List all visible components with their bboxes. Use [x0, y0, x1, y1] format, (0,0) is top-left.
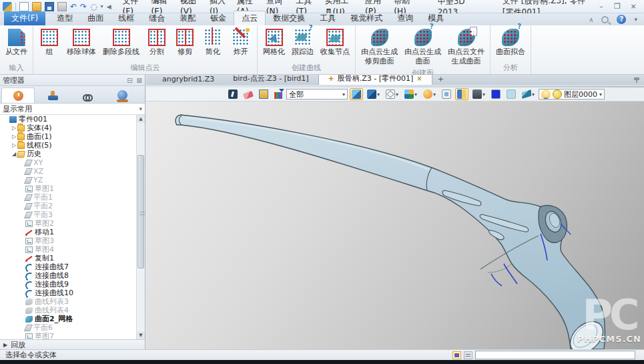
tree-item-平面6[interactable]: 平面6: [0, 323, 145, 332]
expand-arrow-icon[interactable]: ▷: [11, 124, 17, 132]
tree-item-草图1[interactable]: 草图1: [0, 184, 145, 193]
ribbon-tab-查询[interactable]: 查询: [390, 11, 420, 25]
tree-filter-dropdown[interactable]: 显示常用 ▾: [0, 104, 145, 115]
ribbon-tab-缝合[interactable]: 缝合: [141, 11, 172, 25]
tree-item-草图2[interactable]: 草图2: [0, 219, 145, 228]
swatch-light-button[interactable]: [505, 88, 518, 100]
tree-item-平面1[interactable]: 平面1: [0, 193, 145, 202]
expand-arrow-icon[interactable]: ▷: [11, 132, 17, 141]
ribbon-button-炸开[interactable]: 炸开: [228, 27, 254, 58]
redo-icon[interactable]: ↷: [80, 2, 87, 11]
close-panel-icon[interactable]: ⊠: [137, 77, 142, 84]
ribbon-tab-工具[interactable]: 工具: [312, 11, 343, 25]
close-button[interactable]: ×: [628, 2, 639, 11]
tree-item-YZ[interactable]: YZ: [0, 176, 145, 184]
tab-history-manager[interactable]: [1, 87, 35, 103]
collapse-left-icon[interactable]: ◀: [107, 2, 111, 11]
search-icon[interactable]: [601, 16, 609, 23]
bounding-box-icon[interactable]: [259, 89, 268, 99]
tree-item-XY[interactable]: XY: [0, 158, 145, 167]
tab-assembly-manager[interactable]: [36, 87, 69, 103]
ribbon-tab-线框[interactable]: 线框: [111, 11, 141, 25]
tree-item-曲线列表3[interactable]: 曲线列表3: [0, 297, 145, 306]
tree-item-连接曲线8[interactable]: 连接曲线8: [0, 271, 145, 280]
tree-scrollbar[interactable]: ▲ ▼: [136, 115, 145, 339]
chevron-down-icon[interactable]: ▾: [482, 92, 485, 98]
new-doc-icon[interactable]: [19, 2, 29, 11]
ribbon-button-收集节点[interactable]: 收集节点: [318, 27, 352, 58]
chevron-down-icon[interactable]: ▾: [532, 92, 535, 98]
ribbon-button-删除多段线[interactable]: 删除多段线: [100, 27, 142, 58]
restore-button[interactable]: ❐: [612, 2, 623, 11]
ribbon-tab-钣金[interactable]: 钣金: [203, 11, 234, 25]
tree-item-曲面2_网格[interactable]: 曲面2_网格: [0, 315, 145, 323]
ribbon-tab-文件(F)[interactable]: 文件(F): [4, 11, 45, 25]
tree-item-草图7[interactable]: 草图7: [0, 332, 145, 339]
tabbar-pin-icon[interactable]: [633, 77, 640, 83]
collapse-ribbon-icon[interactable]: ∧: [589, 16, 593, 23]
ribbon-tab-装配[interactable]: 装配: [172, 11, 203, 25]
ribbon-tab-曲面[interactable]: 曲面: [80, 11, 111, 25]
ribbon-button-移除球体[interactable]: 移除球体: [64, 27, 99, 58]
tree-item-平面2[interactable]: 平面2: [0, 202, 145, 210]
grid-toggle-icon[interactable]: [452, 351, 461, 359]
chevron-down-icon[interactable]: ▾: [377, 92, 380, 98]
undo-icon[interactable]: ↶: [70, 2, 77, 11]
chevron-down-icon[interactable]: ▾: [396, 92, 398, 98]
split-view-button[interactable]: [455, 88, 468, 100]
ribbon-tab-视觉样式[interactable]: 视觉样式: [343, 11, 390, 25]
scroll-down-icon[interactable]: ▼: [137, 331, 145, 339]
tab-visual-manager[interactable]: [71, 87, 104, 103]
shade-cube-button[interactable]: [350, 88, 363, 100]
minimize-button[interactable]: –: [596, 2, 607, 11]
doc-tab-股骨柄.Z3 - [零件001][interactable]: +股骨柄.Z3 - [零件001]×: [318, 75, 432, 85]
minimize-panel-icon[interactable]: ⊟: [127, 77, 132, 84]
filter-icon[interactable]: [274, 92, 282, 99]
swatch-blue-button[interactable]: [489, 88, 503, 100]
cube-wire-button[interactable]: ▾: [384, 88, 400, 100]
tree-item-线框(5)[interactable]: ▷线框(5): [0, 141, 145, 150]
help-caret-icon[interactable]: ▾: [634, 16, 637, 23]
replay-bar[interactable]: ▶ 回放: [0, 339, 145, 349]
ribbon-button-由点云文件生成曲面[interactable]: 由点云文件 生成曲面: [445, 27, 487, 67]
scrollbar-thumb[interactable]: [137, 155, 144, 268]
chevron-down-icon[interactable]: ▾: [414, 92, 417, 98]
tree-item-历史[interactable]: ◢历史: [0, 150, 145, 158]
list-toggle-icon[interactable]: [464, 351, 472, 359]
save-icon[interactable]: [45, 2, 54, 11]
expand-arrow-icon[interactable]: ▷: [11, 141, 17, 150]
tree-item-移动1[interactable]: 移动1: [0, 228, 145, 236]
tree-item-连接曲线10[interactable]: 连接曲线10: [0, 289, 145, 297]
entity-filter-dropdown[interactable]: 全部▾: [286, 89, 348, 100]
ribbon-button-曲面拟合[interactable]: 曲面拟合: [493, 27, 528, 58]
ribbon-button-由点云生成曲面[interactable]: 由点云生成 曲面: [402, 27, 444, 67]
ribbon-button-从文件[interactable]: 从文件: [3, 27, 30, 58]
tree-item-曲线列表4[interactable]: 曲线列表4: [0, 306, 145, 315]
print-icon[interactable]: [57, 2, 67, 11]
ribbon-button-组[interactable]: 组: [36, 27, 63, 58]
tree-item-零件001[interactable]: 零件001: [0, 115, 145, 124]
expand-button[interactable]: [440, 88, 453, 100]
open-folder-icon[interactable]: [32, 2, 41, 11]
ribbon-button-分割[interactable]: 分割: [143, 27, 170, 58]
help-icon[interactable]: ?: [617, 15, 626, 24]
doc-tab-bird-点云.Z3 - [bird1][interactable]: bird-点云.Z3 - [bird1]: [224, 75, 318, 85]
ribbon-tab-数据交换[interactable]: 数据交换: [266, 11, 312, 25]
tree-item-连接曲线7[interactable]: 连接曲线7: [0, 262, 145, 271]
femoral-stem-model[interactable]: [146, 75, 644, 349]
layer-dropdown[interactable]: 图层0000▾: [539, 89, 605, 100]
new-tab-button[interactable]: +: [432, 75, 449, 85]
ribbon-tab-造型[interactable]: 造型: [49, 11, 80, 25]
tree-item-连接曲线9[interactable]: 连接曲线9: [0, 280, 145, 289]
ribbon-tab-模具[interactable]: 模具: [420, 11, 451, 25]
caret-down-icon[interactable]: ▾: [101, 2, 103, 11]
tree-item-实体(4)[interactable]: ▷实体(4): [0, 124, 145, 132]
ribbon-button-网格化[interactable]: 网格化: [260, 27, 288, 58]
wedge-teal-button[interactable]: ▾: [520, 88, 537, 100]
ribbon-tab-点云[interactable]: 点云: [234, 11, 266, 25]
cube-color-button[interactable]: ▾: [402, 88, 419, 100]
doc-tab-angrybrid1.Z3[interactable]: angrybrid1.Z3: [153, 75, 224, 85]
tree-item-草图4[interactable]: 草图4: [0, 245, 145, 254]
tree-item-草图3[interactable]: 草图3: [0, 236, 145, 245]
flat-dark-button[interactable]: ▾: [470, 88, 487, 100]
